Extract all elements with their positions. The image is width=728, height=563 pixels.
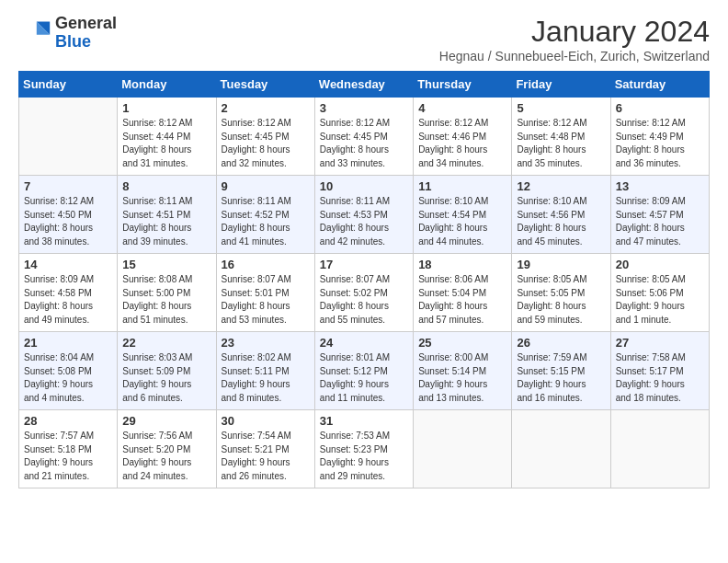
day-number: 11 — [418, 179, 506, 193]
day-cell — [610, 410, 709, 488]
day-cell: 28Sunrise: 7:57 AM Sunset: 5:18 PM Dayli… — [19, 410, 118, 488]
day-cell: 16Sunrise: 8:07 AM Sunset: 5:01 PM Dayli… — [216, 254, 314, 332]
day-cell — [19, 98, 118, 176]
logo-general: General — [55, 15, 117, 33]
day-cell — [414, 410, 512, 488]
day-number: 10 — [320, 179, 408, 193]
day-info: Sunrise: 8:12 AM Sunset: 4:45 PM Dayligh… — [222, 117, 310, 170]
day-cell: 10Sunrise: 8:11 AM Sunset: 4:53 PM Dayli… — [314, 176, 413, 254]
col-header-sunday: Sunday — [19, 72, 118, 98]
day-info: Sunrise: 8:02 AM Sunset: 5:11 PM Dayligh… — [222, 351, 310, 405]
day-info: Sunrise: 8:12 AM Sunset: 4:45 PM Dayligh… — [320, 117, 408, 170]
col-header-friday: Friday — [512, 72, 610, 98]
col-header-saturday: Saturday — [610, 72, 709, 98]
day-info: Sunrise: 8:04 AM Sunset: 5:08 PM Dayligh… — [24, 351, 112, 405]
day-info: Sunrise: 7:54 AM Sunset: 5:21 PM Dayligh… — [222, 430, 310, 483]
day-cell: 30Sunrise: 7:54 AM Sunset: 5:21 PM Dayli… — [216, 410, 314, 488]
day-number: 5 — [517, 101, 605, 115]
day-cell: 7Sunrise: 8:12 AM Sunset: 4:50 PM Daylig… — [19, 176, 118, 254]
day-cell: 25Sunrise: 8:00 AM Sunset: 5:14 PM Dayli… — [414, 332, 512, 410]
day-number: 3 — [320, 101, 408, 115]
day-info: Sunrise: 8:01 AM Sunset: 5:12 PM Dayligh… — [320, 351, 408, 405]
day-info: Sunrise: 8:05 AM Sunset: 5:06 PM Dayligh… — [616, 273, 704, 327]
day-cell: 24Sunrise: 8:01 AM Sunset: 5:12 PM Dayli… — [314, 332, 413, 410]
day-info: Sunrise: 7:58 AM Sunset: 5:17 PM Dayligh… — [616, 351, 704, 405]
day-cell: 4Sunrise: 8:12 AM Sunset: 4:46 PM Daylig… — [414, 98, 512, 176]
day-number: 28 — [24, 414, 112, 428]
day-info: Sunrise: 8:10 AM Sunset: 4:54 PM Dayligh… — [418, 195, 506, 248]
logo-icon — [18, 17, 51, 50]
logo-text: General Blue — [55, 15, 117, 52]
col-header-thursday: Thursday — [414, 72, 512, 98]
day-number: 19 — [517, 258, 605, 271]
day-cell: 18Sunrise: 8:06 AM Sunset: 5:04 PM Dayli… — [414, 254, 512, 332]
day-info: Sunrise: 8:06 AM Sunset: 5:04 PM Dayligh… — [418, 273, 506, 327]
day-cell: 27Sunrise: 7:58 AM Sunset: 5:17 PM Dayli… — [610, 332, 709, 410]
day-info: Sunrise: 8:12 AM Sunset: 4:50 PM Dayligh… — [24, 195, 112, 248]
day-info: Sunrise: 8:12 AM Sunset: 4:48 PM Dayligh… — [517, 117, 605, 170]
day-cell: 2Sunrise: 8:12 AM Sunset: 4:45 PM Daylig… — [216, 98, 314, 176]
day-info: Sunrise: 8:11 AM Sunset: 4:52 PM Dayligh… — [222, 195, 310, 248]
day-info: Sunrise: 7:56 AM Sunset: 5:20 PM Dayligh… — [122, 430, 210, 483]
day-number: 18 — [418, 258, 506, 271]
day-cell: 3Sunrise: 8:12 AM Sunset: 4:45 PM Daylig… — [314, 98, 413, 176]
day-number: 24 — [320, 336, 408, 350]
day-cell: 8Sunrise: 8:11 AM Sunset: 4:51 PM Daylig… — [118, 176, 216, 254]
day-info: Sunrise: 8:09 AM Sunset: 4:57 PM Dayligh… — [616, 195, 704, 248]
day-number: 26 — [517, 336, 605, 350]
day-cell: 23Sunrise: 8:02 AM Sunset: 5:11 PM Dayli… — [216, 332, 314, 410]
day-number: 2 — [222, 101, 310, 115]
day-info: Sunrise: 8:12 AM Sunset: 4:46 PM Dayligh… — [418, 117, 506, 170]
day-info: Sunrise: 8:08 AM Sunset: 5:00 PM Dayligh… — [122, 273, 210, 327]
day-number: 27 — [616, 336, 704, 350]
day-cell: 9Sunrise: 8:11 AM Sunset: 4:52 PM Daylig… — [216, 176, 314, 254]
day-info: Sunrise: 7:59 AM Sunset: 5:15 PM Dayligh… — [517, 351, 605, 405]
day-info: Sunrise: 8:09 AM Sunset: 4:58 PM Dayligh… — [24, 273, 112, 327]
day-number: 20 — [616, 258, 704, 271]
day-number: 29 — [122, 414, 210, 428]
day-info: Sunrise: 7:57 AM Sunset: 5:18 PM Dayligh… — [24, 430, 112, 483]
header-row: SundayMondayTuesdayWednesdayThursdayFrid… — [19, 72, 710, 98]
week-row-1: 1Sunrise: 8:12 AM Sunset: 4:44 PM Daylig… — [19, 98, 710, 176]
day-cell: 14Sunrise: 8:09 AM Sunset: 4:58 PM Dayli… — [19, 254, 118, 332]
col-header-wednesday: Wednesday — [314, 72, 413, 98]
day-info: Sunrise: 8:12 AM Sunset: 4:49 PM Dayligh… — [616, 117, 704, 170]
day-number: 22 — [122, 336, 210, 350]
day-cell: 13Sunrise: 8:09 AM Sunset: 4:57 PM Dayli… — [610, 176, 709, 254]
calendar-table: SundayMondayTuesdayWednesdayThursdayFrid… — [18, 71, 710, 488]
logo: General Blue — [18, 15, 117, 52]
day-number: 1 — [122, 101, 210, 115]
day-number: 14 — [24, 258, 112, 271]
day-cell: 19Sunrise: 8:05 AM Sunset: 5:05 PM Dayli… — [512, 254, 610, 332]
day-info: Sunrise: 8:07 AM Sunset: 5:02 PM Dayligh… — [320, 273, 408, 327]
day-number: 25 — [418, 336, 506, 350]
day-info: Sunrise: 8:10 AM Sunset: 4:56 PM Dayligh… — [517, 195, 605, 248]
day-number: 7 — [24, 179, 112, 193]
header: General Blue January 2024 Hegnau / Sunne… — [18, 15, 710, 63]
day-info: Sunrise: 8:11 AM Sunset: 4:53 PM Dayligh… — [320, 195, 408, 248]
day-cell: 1Sunrise: 8:12 AM Sunset: 4:44 PM Daylig… — [118, 98, 216, 176]
week-row-2: 7Sunrise: 8:12 AM Sunset: 4:50 PM Daylig… — [19, 176, 710, 254]
day-cell: 17Sunrise: 8:07 AM Sunset: 5:02 PM Dayli… — [314, 254, 413, 332]
day-cell: 31Sunrise: 7:53 AM Sunset: 5:23 PM Dayli… — [314, 410, 413, 488]
day-info: Sunrise: 8:11 AM Sunset: 4:51 PM Dayligh… — [122, 195, 210, 248]
col-header-monday: Monday — [118, 72, 216, 98]
week-row-4: 21Sunrise: 8:04 AM Sunset: 5:08 PM Dayli… — [19, 332, 710, 410]
day-number: 21 — [24, 336, 112, 350]
day-info: Sunrise: 8:12 AM Sunset: 4:44 PM Dayligh… — [122, 117, 210, 170]
day-cell: 22Sunrise: 8:03 AM Sunset: 5:09 PM Dayli… — [118, 332, 216, 410]
day-cell: 15Sunrise: 8:08 AM Sunset: 5:00 PM Dayli… — [118, 254, 216, 332]
week-row-3: 14Sunrise: 8:09 AM Sunset: 4:58 PM Dayli… — [19, 254, 710, 332]
day-cell: 11Sunrise: 8:10 AM Sunset: 4:54 PM Dayli… — [414, 176, 512, 254]
day-info: Sunrise: 7:53 AM Sunset: 5:23 PM Dayligh… — [320, 430, 408, 483]
day-cell: 29Sunrise: 7:56 AM Sunset: 5:20 PM Dayli… — [118, 410, 216, 488]
day-number: 6 — [616, 101, 704, 115]
day-number: 16 — [222, 258, 310, 271]
page: General Blue January 2024 Hegnau / Sunne… — [0, 0, 728, 500]
day-number: 8 — [122, 179, 210, 193]
day-cell: 20Sunrise: 8:05 AM Sunset: 5:06 PM Dayli… — [610, 254, 709, 332]
day-cell — [512, 410, 610, 488]
day-info: Sunrise: 8:05 AM Sunset: 5:05 PM Dayligh… — [517, 273, 605, 327]
day-cell: 6Sunrise: 8:12 AM Sunset: 4:49 PM Daylig… — [610, 98, 709, 176]
day-number: 4 — [418, 101, 506, 115]
